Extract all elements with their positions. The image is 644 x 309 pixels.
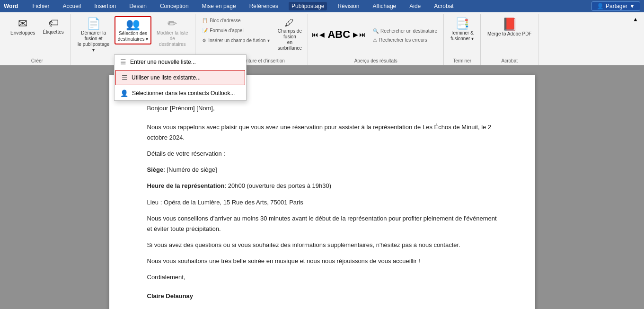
- menu-accueil[interactable]: Accueil: [60, 2, 84, 10]
- creer-items: ✉ Enveloppes 🏷 Étiquettes: [8, 14, 67, 57]
- rechercher-dest-icon: 🔍: [373, 28, 379, 34]
- demarrer-fusion-button[interactable]: 📄 Démarrer la fusion etle publipostage ▾: [75, 16, 113, 55]
- merge-adobe-button[interactable]: 📕 Merge to Adobe PDF: [485, 16, 534, 39]
- selection-dest-dropdown: ☰ Entrer une nouvelle liste... ☰ Utilise…: [114, 54, 247, 101]
- doc-para4: Si vous avez des questions ou si vous so…: [147, 240, 497, 250]
- share-dropdown-icon: ▼: [629, 3, 635, 9]
- demarrer-fusion-label: Démarrer la fusion etle publipostage ▾: [78, 30, 110, 53]
- merge-adobe-icon: 📕: [502, 18, 517, 30]
- contacts-outlook-label: Sélectionner dans les contacts Outlook..…: [132, 90, 235, 97]
- menu-publipostage[interactable]: Publipostage: [289, 2, 327, 10]
- rechercher-dest-label: Rechercher un destinataire: [380, 28, 437, 34]
- ribbon: ✉ Enveloppes 🏷 Étiquettes Créer 📄 Démarr…: [0, 12, 644, 65]
- rechercher-erreurs-label: Rechercher les erreurs: [379, 37, 427, 43]
- inserer-champ-icon: ⚙: [202, 38, 206, 43]
- share-button[interactable]: 👤 Partager ▼: [591, 1, 640, 11]
- nav-next-button[interactable]: ▶: [353, 31, 358, 38]
- nav-first-button[interactable]: ⏮: [312, 31, 318, 38]
- terminer-fusionner-icon: 📑: [455, 18, 469, 29]
- menu-bar: Word Fichier Accueil Insertion Dessin Co…: [0, 0, 644, 12]
- selection-dest-button[interactable]: 👥 Sélection desdestinataires ▾: [115, 16, 151, 44]
- modifier-liste-icon: ✏: [168, 18, 177, 29]
- menu-acrobat[interactable]: Acrobat: [431, 2, 456, 10]
- nouvelle-liste-icon: ☰: [120, 58, 126, 66]
- doc-siege-label: Siège: [147, 166, 164, 173]
- apercu-items: ⏮ ◀ ABC ▶ ⏭ 🔍 Rechercher un destinataire…: [312, 14, 440, 57]
- envelopes-label: Enveloppes: [10, 30, 35, 36]
- inserer-champ-dropdown: ▾: [267, 38, 270, 43]
- doc-signature-name: Claire Delaunay: [147, 291, 497, 301]
- champs-surbrillance-button[interactable]: 🖊 Champs de fusionen surbrillance: [275, 16, 304, 53]
- menu-affichage[interactable]: Affichage: [370, 2, 399, 10]
- merge-adobe-label: Merge to Adobe PDF: [487, 31, 531, 37]
- apercu-search: 🔍 Rechercher un destinataire ⚠ Recherche…: [371, 27, 440, 44]
- formule-appel-icon: 📝: [202, 28, 208, 33]
- contacts-outlook-icon: 👤: [120, 89, 128, 97]
- etiquettes-label: Étiquettes: [43, 29, 63, 35]
- etiquettes-icon: 🏷: [48, 18, 59, 28]
- champs-col1: 📋 Bloc d'adresse 📝 Formule d'appel ⚙ Ins…: [199, 16, 273, 45]
- envelopes-icon: ✉: [18, 18, 27, 29]
- contacts-outlook-item[interactable]: 👤 Sélectionner dans les contacts Outlook…: [115, 86, 246, 100]
- apercu-group-label: Aperçu des résultats: [312, 57, 440, 65]
- app-window: Word Fichier Accueil Insertion Dessin Co…: [0, 0, 644, 309]
- doc-para1: Nous vous rappelons avec plaisir que vou…: [147, 122, 497, 143]
- menu-dessin[interactable]: Dessin: [126, 2, 150, 10]
- nouvelle-liste-label: Entrer une nouvelle liste...: [130, 59, 196, 65]
- nav-last-button[interactable]: ⏭: [359, 31, 366, 38]
- share-label: Partager: [606, 3, 627, 9]
- rechercher-erreurs-button[interactable]: ⚠ Rechercher les erreurs: [371, 36, 440, 44]
- doc-para3: Nous vous conseillons d'arriver au moins…: [147, 213, 497, 234]
- modifier-liste-label: Modifier la listede destinataires: [156, 30, 188, 47]
- inserer-champ-label: Insérer un champ de fusion: [208, 38, 265, 43]
- ribbon-group-apercu: ⏮ ◀ ABC ▶ ⏭ 🔍 Rechercher un destinataire…: [308, 14, 444, 65]
- rechercher-dest-button[interactable]: 🔍 Rechercher un destinataire: [371, 27, 440, 35]
- menu-insertion[interactable]: Insertion: [91, 2, 119, 10]
- creer-group-label: Créer: [8, 57, 67, 65]
- champs-items: 📋 Bloc d'adresse 📝 Formule d'appel ⚙ Ins…: [199, 14, 304, 57]
- nav-prev-button[interactable]: ◀: [319, 31, 325, 38]
- terminer-fusionner-label: Terminer &fusionner ▾: [450, 30, 474, 42]
- nouvelle-liste-item[interactable]: ☰ Entrer une nouvelle liste...: [115, 55, 246, 69]
- doc-siege: Siège: [Numéro de siège]: [147, 165, 497, 175]
- doc-para5: Nous vous souhaitons une très belle soir…: [147, 256, 497, 266]
- menu-mise-en-page[interactable]: Mise en page: [199, 2, 239, 10]
- document-area: Bonjour [Prénom] [Nom], Nous vous rappel…: [0, 65, 644, 309]
- terminer-fusionner-button[interactable]: 📑 Terminer &fusionner ▾: [448, 16, 476, 44]
- champs-surbrillance-label: Champs de fusionen surbrillance: [278, 28, 302, 51]
- apercu-nav: ⏮ ◀ ABC ▶ ⏭: [312, 28, 366, 41]
- acrobat-group-label: Acrobat: [485, 57, 534, 65]
- doc-signature-org: Opéra de la Lumière: [147, 307, 497, 309]
- bloc-adresse-icon: 📋: [202, 18, 208, 23]
- liste-existante-item[interactable]: ☰ Utiliser une liste existante...: [115, 70, 245, 85]
- acrobat-items: 📕 Merge to Adobe PDF: [485, 14, 534, 57]
- doc-closing: Cordialement,: [147, 272, 497, 283]
- formule-appel-label: Formule d'appel: [210, 28, 243, 33]
- apercu-label: ABC: [327, 28, 350, 41]
- formule-appel-button[interactable]: 📝 Formule d'appel: [199, 26, 273, 35]
- modifier-liste-button[interactable]: ✏ Modifier la listede destinataires: [153, 16, 191, 49]
- selection-dest-icon: 👥: [126, 18, 140, 30]
- etiquettes-button[interactable]: 🏷 Étiquettes: [40, 16, 66, 37]
- demarrer-items: 📄 Démarrer la fusion etle publipostage ▾…: [75, 14, 191, 57]
- bloc-adresse-button[interactable]: 📋 Bloc d'adresse: [199, 16, 273, 25]
- ribbon-group-terminer: 📑 Terminer &fusionner ▾ Terminer: [444, 14, 481, 65]
- menu-references[interactable]: Références: [247, 2, 281, 10]
- ribbon-content: ✉ Enveloppes 🏷 Étiquettes Créer 📄 Démarr…: [0, 12, 644, 65]
- doc-page: Bonjour [Prénom] [Nom], Nous vous rappel…: [109, 75, 535, 309]
- selection-dest-label: Sélection desdestinataires ▾: [118, 31, 148, 42]
- menu-revision[interactable]: Révision: [335, 2, 362, 10]
- demarrer-fusion-icon: 📄: [87, 18, 101, 29]
- menu-fichier[interactable]: Fichier: [29, 2, 52, 10]
- doc-siege-value: : [Numéro de siège]: [163, 166, 217, 173]
- rechercher-erreurs-icon: ⚠: [373, 37, 377, 43]
- ribbon-collapse[interactable]: ▲: [631, 14, 640, 65]
- app-title: Word: [4, 3, 18, 9]
- doc-heure-label: Heure de la représentation: [147, 182, 225, 189]
- champs-surbrillance-icon: 🖊: [285, 18, 294, 27]
- doc-greeting: Bonjour [Prénom] [Nom],: [147, 103, 497, 114]
- inserer-champ-button[interactable]: ⚙ Insérer un champ de fusion ▾: [199, 36, 273, 45]
- menu-aide[interactable]: Aide: [406, 2, 423, 10]
- envelopes-button[interactable]: ✉ Enveloppes: [8, 16, 38, 38]
- menu-conception[interactable]: Conception: [157, 2, 192, 10]
